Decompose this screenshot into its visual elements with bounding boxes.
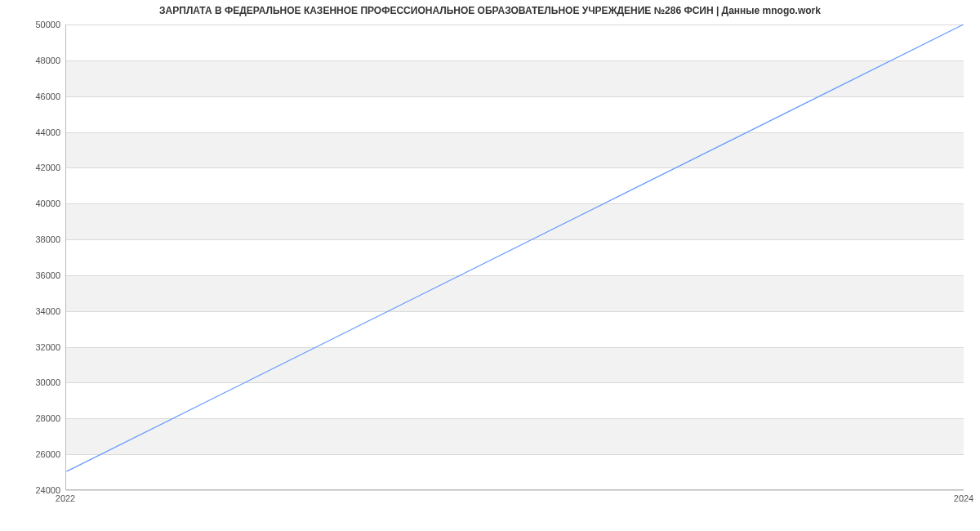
y-tick-label: 44000 (11, 127, 60, 137)
y-tick-label: 40000 (11, 199, 60, 208)
y-tick-label: 26000 (11, 449, 60, 459)
y-tick-label: 38000 (11, 234, 60, 244)
series-line (66, 25, 963, 471)
y-tick-label: 36000 (11, 270, 60, 280)
y-tick-label: 32000 (11, 342, 60, 352)
x-tick-label: 2022 (56, 493, 75, 503)
y-tick-label: 48000 (11, 56, 60, 65)
y-tick-label: 42000 (11, 163, 60, 172)
y-tick-label: 28000 (11, 413, 60, 423)
chart-container: ЗАРПЛАТА В ФЕДЕРАЛЬНОЕ КАЗЕННОЕ ПРОФЕССИ… (0, 0, 980, 531)
x-tick-label: 2024 (954, 493, 973, 503)
y-gridline (66, 490, 964, 491)
y-tick-label: 46000 (11, 91, 60, 101)
y-tick-label: 50000 (11, 20, 60, 29)
y-tick-label: 34000 (11, 306, 60, 316)
y-tick-label: 24000 (11, 485, 60, 495)
plot-area (65, 25, 964, 490)
chart-title: ЗАРПЛАТА В ФЕДЕРАЛЬНОЕ КАЗЕННОЕ ПРОФЕССИ… (0, 5, 980, 16)
chart-svg (66, 25, 964, 489)
y-tick-label: 30000 (11, 377, 60, 387)
